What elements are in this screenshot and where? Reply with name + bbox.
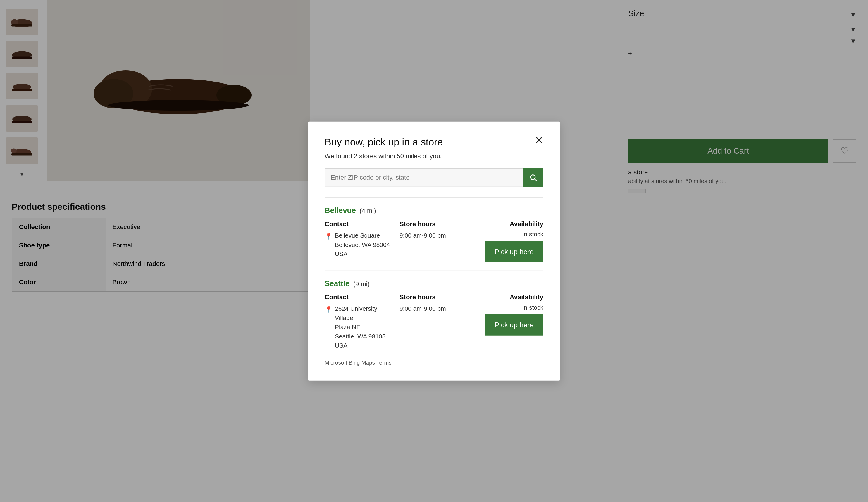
availability-header-seattle: Availability <box>474 294 544 301</box>
in-stock-seattle: In stock <box>474 304 544 311</box>
hours-text-seattle: 9:00 am-9:00 pm <box>400 304 468 313</box>
contact-header-seattle: Contact <box>324 294 394 301</box>
store-availability-col-seattle: Availability In stock Pick up here <box>474 294 544 350</box>
address-text-seattle: 2624 University Village Plaza NE Seattle… <box>335 304 394 350</box>
modal-subtitle: We found 2 stores within 50 miles of you… <box>324 152 544 160</box>
pickup-button-bellevue[interactable]: Pick up here <box>485 241 544 263</box>
store-contact-col-bellevue: Contact 📍 Bellevue Square Bellevue, WA 9… <box>324 220 394 263</box>
contact-address-seattle: 📍 2624 University Village Plaza NE Seatt… <box>324 304 394 350</box>
store-distance-bellevue: (4 mi) <box>359 207 376 214</box>
location-pin-seattle: 📍 <box>324 305 332 315</box>
address-text-bellevue: Bellevue Square Bellevue, WA 98004 USA <box>335 231 390 259</box>
zip-search-button[interactable] <box>523 168 544 187</box>
divider-1 <box>324 197 544 198</box>
store-availability-col-bellevue: Availability In stock Pick up here <box>474 220 544 263</box>
store-entry-bellevue: Bellevue (4 mi) Contact 📍 Bellevue Squar… <box>324 206 544 263</box>
divider-2 <box>324 270 544 271</box>
svg-line-18 <box>535 179 536 181</box>
search-icon <box>529 173 537 182</box>
availability-header-bellevue: Availability <box>474 220 544 228</box>
store-hours-col-bellevue: Store hours 9:00 am-9:00 pm <box>400 220 468 263</box>
store-pickup-modal: Buy now, pick up in a store ✕ We found 2… <box>308 122 560 381</box>
store-contact-col-seattle: Contact 📍 2624 University Village Plaza … <box>324 294 394 350</box>
hours-header-seattle: Store hours <box>400 294 468 301</box>
store-entry-seattle: Seattle (9 mi) Contact 📍 2624 University… <box>324 279 544 350</box>
location-pin-bellevue: 📍 <box>324 232 332 241</box>
hours-header-bellevue: Store hours <box>400 220 468 228</box>
in-stock-bellevue: In stock <box>474 231 544 238</box>
store-hours-col-seattle: Store hours 9:00 am-9:00 pm <box>400 294 468 350</box>
modal-title: Buy now, pick up in a store <box>324 136 443 148</box>
store-distance-seattle: (9 mi) <box>353 280 370 288</box>
store-grid-bellevue: Contact 📍 Bellevue Square Bellevue, WA 9… <box>324 220 544 263</box>
modal-header: Buy now, pick up in a store ✕ <box>324 136 544 148</box>
modal-close-button[interactable]: ✕ <box>535 135 544 146</box>
store-grid-seattle: Contact 📍 2624 University Village Plaza … <box>324 294 544 350</box>
store-name-seattle: Seattle <box>324 279 350 288</box>
zip-input[interactable] <box>324 168 523 187</box>
hours-text-bellevue: 9:00 am-9:00 pm <box>400 231 468 240</box>
bing-maps-terms[interactable]: Microsoft Bing Maps Terms <box>324 359 544 366</box>
contact-header-bellevue: Contact <box>324 220 394 228</box>
contact-address-bellevue: 📍 Bellevue Square Bellevue, WA 98004 USA <box>324 231 394 259</box>
store-name-bellevue: Bellevue <box>324 206 356 215</box>
zip-search-row <box>324 168 544 187</box>
pickup-button-seattle[interactable]: Pick up here <box>485 315 544 336</box>
